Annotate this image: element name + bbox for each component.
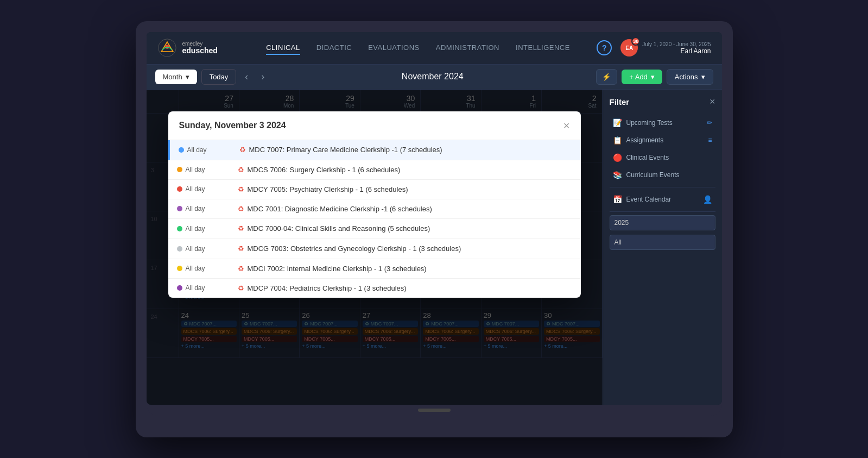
- logo-bottom: edusched: [182, 47, 218, 55]
- event-dot: [177, 246, 182, 252]
- next-button[interactable]: ›: [257, 69, 269, 85]
- all-day-badge: All day: [179, 146, 233, 154]
- filter-secondary-select[interactable]: All: [610, 235, 715, 250]
- all-day-text: All day: [186, 284, 205, 292]
- user-info: July 1, 2020 - June 30, 2025 Earl Aaron: [642, 41, 711, 55]
- toolbar: Month ▾ Today ‹ › November 2024 ⚡ + Add …: [147, 65, 722, 90]
- filter-item-label: Upcoming Tests: [626, 119, 673, 127]
- user-area: EA 38 July 1, 2020 - June 30, 2025 Earl …: [620, 39, 711, 57]
- event-row[interactable]: All day ♻ MDC 7001: Diagnostic Medicine …: [168, 199, 581, 219]
- person-icon: 👤: [703, 195, 712, 204]
- modal-title: Sunday, November 3 2024: [179, 121, 286, 130]
- all-day-text: All day: [186, 205, 205, 212]
- filter-sidebar: Filter × 📝 Upcoming Tests ✏ 📋 Assignment…: [603, 90, 722, 405]
- all-day-badge: All day: [177, 166, 231, 173]
- event-dot: [177, 266, 182, 271]
- nav-links: CLINICAL DIDACTIC EVALUATIONS ADMINISTRA…: [239, 41, 597, 55]
- event-row[interactable]: All day ♻ MDCY 7005: Psychiatry Clerkshi…: [168, 180, 581, 199]
- main-area: 27 Sun 28 Mon 29 Tue 30 Wed: [147, 90, 722, 405]
- modal-overlay[interactable]: Sunday, November 3 2024 × All day ♻ MDC …: [147, 90, 603, 405]
- clerkship-icon: ♻: [238, 185, 244, 193]
- event-title-text: MDCG 7003: Obstetrics and Gynecology Cle…: [248, 244, 461, 253]
- assignments-icon: 📋: [613, 136, 622, 145]
- calendar-area: 27 Sun 28 Mon 29 Tue 30 Wed: [147, 90, 603, 405]
- nav-didactic[interactable]: DIDACTIC: [316, 41, 352, 55]
- nav-evaluations[interactable]: EVALUATIONS: [368, 41, 420, 55]
- help-icon[interactable]: ?: [597, 40, 612, 55]
- event-dot: [177, 167, 182, 172]
- event-title: ♻ MDCP 7004: Pediatrics Clerkship - 1 (3…: [238, 284, 572, 292]
- event-row[interactable]: All day ♻ MDC 7007: Primary Care Medicin…: [168, 140, 581, 160]
- month-view-button[interactable]: Month ▾: [155, 70, 197, 84]
- clerkship-icon: ♻: [239, 146, 246, 154]
- clerkship-icon: ♻: [238, 265, 244, 273]
- filter-button[interactable]: ⚡: [596, 69, 617, 85]
- all-day-text: All day: [186, 166, 205, 173]
- user-name: Earl Aaron: [642, 47, 711, 55]
- filter-item-clinical-events[interactable]: 🔴 Clinical Events: [610, 149, 715, 166]
- clinical-events-icon: 🔴: [613, 153, 622, 162]
- user-date-range: July 1, 2020 - June 30, 2025: [642, 41, 711, 47]
- svg-point-1: [165, 45, 169, 49]
- logo-area: emedley edusched: [157, 38, 218, 58]
- all-day-text: All day: [186, 265, 205, 272]
- user-avatar: EA 38: [620, 39, 638, 57]
- actions-button[interactable]: Actions ▾: [667, 69, 713, 85]
- all-day-badge: All day: [177, 245, 231, 253]
- event-row[interactable]: All day ♻ MDCI 7002: Internal Medicine C…: [168, 259, 581, 279]
- add-button[interactable]: + Add ▾: [622, 70, 662, 84]
- logo-text: emedley edusched: [182, 41, 218, 55]
- clerkship-icon: ♻: [238, 224, 244, 233]
- event-title: ♻ MDCS 7006: Surgery Clerkship - 1 (6 sc…: [238, 166, 572, 174]
- all-day-badge: All day: [177, 205, 231, 212]
- filter-item-curriculum-events[interactable]: 📚 Curriculum Events: [610, 166, 715, 184]
- list-icon[interactable]: ≡: [708, 136, 712, 144]
- event-title-text: MDC 7000-04: Clinical Skills and Reasoni…: [248, 224, 430, 233]
- today-button[interactable]: Today: [201, 69, 237, 85]
- filter-item-label: Event Calendar: [626, 196, 671, 203]
- filter-year-select[interactable]: 2025 2024 2023: [610, 215, 715, 230]
- nav-clinical[interactable]: CLINICAL: [266, 41, 300, 55]
- all-day-text: All day: [186, 185, 205, 193]
- filter-close-button[interactable]: ×: [709, 96, 715, 108]
- all-day-text: All day: [187, 146, 207, 154]
- event-row[interactable]: All day ♻ MDCG 7003: Obstetrics and Gyne…: [168, 239, 581, 259]
- prev-button[interactable]: ‹: [240, 69, 252, 85]
- current-period: November 2024: [273, 72, 592, 81]
- all-day-badge: All day: [177, 225, 231, 233]
- nav-intelligence[interactable]: INTELLIGENCE: [516, 41, 570, 55]
- all-day-badge: All day: [177, 284, 231, 292]
- nav-right: ? EA 38 July 1, 2020 - June 30, 2025 Ear…: [597, 39, 711, 57]
- event-detail-modal: Sunday, November 3 2024 × All day ♻ MDC …: [168, 111, 581, 298]
- top-navigation: emedley edusched CLINICAL DIDACTIC EVALU…: [147, 32, 722, 65]
- filter-title: Filter: [610, 97, 630, 106]
- filter-item-event-calendar[interactable]: 📅 Event Calendar 👤: [610, 191, 715, 208]
- edit-icon[interactable]: ✏: [707, 119, 712, 127]
- event-title: ♻ MDC 7001: Diagnostic Medicine Clerkshi…: [238, 205, 572, 213]
- event-row[interactable]: All day ♻ MDC 7000-04: Clinical Skills a…: [168, 219, 581, 239]
- event-row[interactable]: All day ♻ MDCP 7004: Pediatrics Clerkshi…: [168, 279, 581, 298]
- curriculum-events-icon: 📚: [613, 171, 622, 179]
- event-title: ♻ MDC 7007: Primary Care Medicine Clerks…: [239, 146, 559, 154]
- user-badge: 38: [631, 37, 640, 46]
- event-row[interactable]: All day ♻ MDCS 7006: Surgery Clerkship -…: [168, 160, 581, 180]
- event-title-text: MDC 7007: Primary Care Medicine Clerkshi…: [249, 146, 442, 154]
- clerkship-icon: ♻: [238, 166, 244, 174]
- filter-item-upcoming-tests[interactable]: 📝 Upcoming Tests ✏: [610, 114, 715, 131]
- event-dot: [177, 285, 182, 291]
- event-title-text: MDCP 7004: Pediatrics Clerkship - 1 (3 s…: [248, 284, 407, 292]
- event-title: ♻ MDCG 7003: Obstetrics and Gynecology C…: [238, 244, 559, 253]
- all-day-badge: All day: [177, 265, 231, 272]
- all-day-text: All day: [186, 245, 205, 253]
- nav-administration[interactable]: ADMINISTRATION: [436, 41, 499, 55]
- filter-icon: ⚡: [602, 73, 611, 81]
- all-day-badge: All day: [177, 185, 231, 193]
- laptop-frame: emedley edusched CLINICAL DIDACTIC EVALU…: [136, 21, 733, 437]
- filter-item-assignments[interactable]: 📋 Assignments ≡: [610, 131, 715, 149]
- filter-item-label: Assignments: [626, 136, 664, 144]
- screen: emedley edusched CLINICAL DIDACTIC EVALU…: [147, 32, 722, 405]
- modal-close-button[interactable]: ×: [563, 120, 570, 131]
- upcoming-tests-icon: 📝: [613, 118, 622, 127]
- event-dot: [177, 206, 182, 211]
- clerkship-icon: ♻: [238, 205, 244, 213]
